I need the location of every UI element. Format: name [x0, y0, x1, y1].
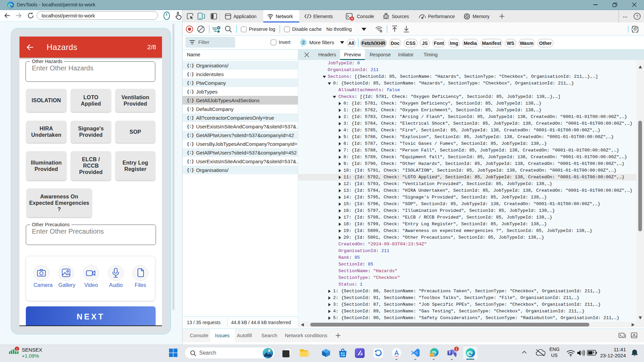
svg-text:?: ? [636, 14, 638, 19]
